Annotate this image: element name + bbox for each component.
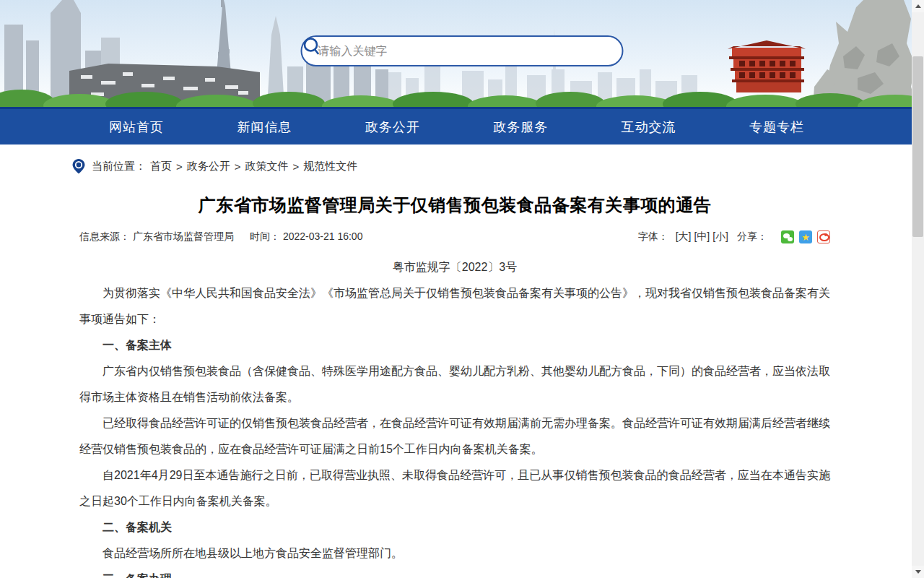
search-input[interactable] bbox=[302, 37, 593, 65]
source-value: 广东省市场监督管理局 bbox=[133, 230, 234, 242]
breadcrumb-item-home[interactable]: 首页 bbox=[150, 160, 172, 173]
article-meta-right: 字体： [大] [中] [小] 分享： ★ bbox=[638, 230, 830, 243]
time-value: 2022-03-21 16:00 bbox=[283, 230, 363, 242]
source-label: 信息来源： bbox=[79, 230, 130, 242]
header-banner bbox=[0, 0, 924, 107]
breadcrumb-item-gov-info[interactable]: 政务公开 bbox=[187, 160, 230, 173]
article-meta: 信息来源：广东省市场监督管理局 时间：2022-03-21 16:00 字体： … bbox=[79, 230, 830, 243]
section-heading-2: 二、备案机关 bbox=[79, 514, 830, 540]
scrollbar-thumb[interactable] bbox=[912, 56, 923, 237]
nav-item-topics[interactable]: 专题专栏 bbox=[745, 118, 808, 137]
page-title: 广东省市场监督管理局关于仅销售预包装食品备案有关事项的通告 bbox=[79, 194, 830, 217]
font-size-label: 字体： bbox=[638, 230, 668, 243]
search-icon[interactable] bbox=[593, 38, 619, 64]
paragraph: 为贯彻落实《中华人民共和国食品安全法》《市场监管总局关于仅销售预包装食品备案有关… bbox=[79, 280, 830, 332]
location-pin-icon bbox=[71, 158, 87, 174]
article-meta-left: 信息来源：广东省市场监督管理局 时间：2022-03-21 16:00 bbox=[79, 230, 365, 243]
scrollbar[interactable] bbox=[912, 0, 924, 578]
section-heading-3: 三、备案办理 bbox=[79, 566, 830, 578]
breadcrumb-item-normative-docs[interactable]: 规范性文件 bbox=[303, 160, 357, 173]
breadcrumb: 当前位置： 首页 > 政务公开 > 政策文件 > 规范性文件 bbox=[71, 158, 830, 174]
nav-item-interaction[interactable]: 互动交流 bbox=[617, 118, 681, 137]
time-label: 时间： bbox=[250, 230, 280, 242]
breadcrumb-separator: > bbox=[176, 160, 183, 173]
paragraph: 已经取得食品经营许可证的仅销售预包装食品经营者，在食品经营许可证有效期届满前无需… bbox=[79, 410, 830, 462]
breadcrumb-label: 当前位置： bbox=[92, 160, 146, 173]
share-icons: ★ bbox=[776, 230, 830, 243]
breadcrumb-item-policy-docs[interactable]: 政策文件 bbox=[245, 160, 289, 173]
nav-item-gov-info[interactable]: 政务公开 bbox=[361, 118, 424, 137]
breadcrumb-separator: > bbox=[235, 160, 241, 173]
nav-item-news[interactable]: 新闻信息 bbox=[232, 118, 296, 137]
search-box bbox=[301, 35, 624, 66]
nav-item-home[interactable]: 网站首页 bbox=[105, 118, 168, 137]
share-label: 分享： bbox=[737, 230, 767, 243]
nav-item-gov-service[interactable]: 政务服务 bbox=[489, 118, 552, 137]
paragraph: 食品经营场所所在地县级以上地方食品安全监督管理部门。 bbox=[79, 540, 830, 566]
main-content: 当前位置： 首页 > 政务公开 > 政策文件 > 规范性文件 广东省市场监督管理… bbox=[0, 158, 924, 578]
font-size-large-button[interactable]: [大] bbox=[674, 230, 693, 243]
share-wechat-icon[interactable] bbox=[781, 230, 794, 243]
paragraph: 自2021年4月29日至本通告施行之日前，已取得营业执照、未取得食品经营许可，且… bbox=[79, 462, 830, 514]
scrollbar-down-arrow[interactable] bbox=[912, 566, 924, 578]
paragraph: 广东省内仅销售预包装食品（含保健食品、特殊医学用途配方食品、婴幼儿配方乳粉、其他… bbox=[79, 358, 830, 410]
main-navbar: 网站首页 新闻信息 政务公开 政务服务 互动交流 专题专栏 bbox=[0, 107, 924, 144]
share-weibo-icon[interactable] bbox=[817, 230, 830, 243]
breadcrumb-separator: > bbox=[293, 160, 300, 173]
article-body: 为贯彻落实《中华人民共和国食品安全法》《市场监管总局关于仅销售预包装食品备案有关… bbox=[79, 280, 830, 578]
document-number: 粤市监规字〔2022〕3号 bbox=[79, 260, 830, 275]
share-qzone-icon[interactable]: ★ bbox=[799, 230, 812, 243]
font-size-medium-button[interactable]: [中] bbox=[692, 230, 711, 243]
section-heading-1: 一、备案主体 bbox=[79, 332, 830, 358]
font-size-small-button[interactable]: [小] bbox=[711, 230, 730, 243]
scrollbar-up-arrow[interactable] bbox=[912, 0, 924, 12]
